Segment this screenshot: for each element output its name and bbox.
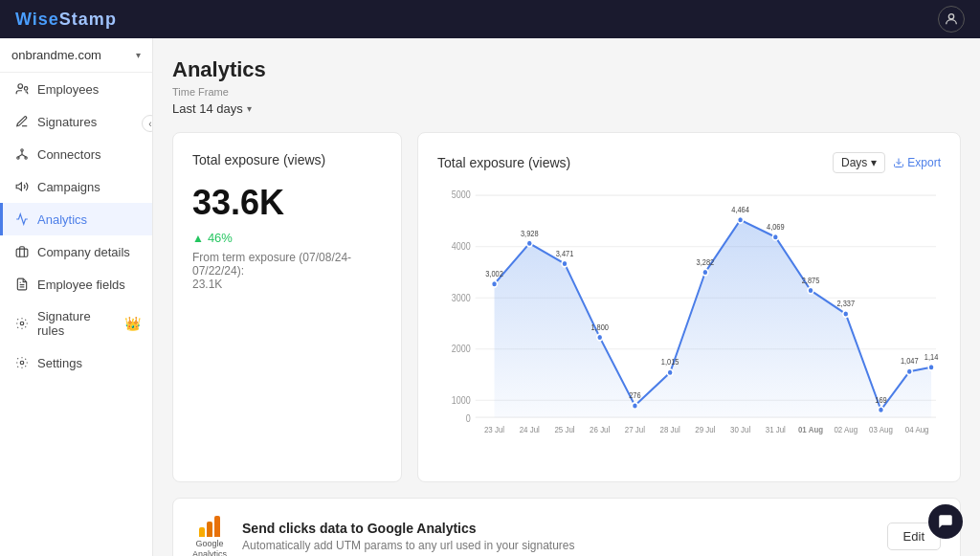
- timeframe-label: Time Frame: [172, 86, 961, 98]
- svg-text:25 Jul: 25 Jul: [554, 424, 574, 434]
- svg-text:1,047: 1,047: [901, 357, 919, 367]
- svg-text:3,471: 3,471: [556, 249, 574, 258]
- svg-point-30: [492, 280, 498, 287]
- app-layout: onbrandme.com ▾ ‹ Employees Signatures C…: [0, 38, 980, 556]
- svg-text:1,14: 1,14: [924, 353, 939, 363]
- sidebar-toggle[interactable]: ‹: [142, 115, 153, 132]
- crown-badge: 👑: [124, 316, 141, 331]
- chart-card-header: Total exposure (views) Days ▾ Export: [437, 152, 941, 173]
- ga-logo: Google Analytics: [192, 514, 227, 556]
- sidebar-item-label: Campaigns: [37, 180, 100, 194]
- sidebar-item-signature-rules[interactable]: Signature rules 👑: [0, 300, 152, 346]
- svg-text:1,800: 1,800: [590, 322, 609, 332]
- svg-point-56: [928, 364, 934, 370]
- sidebar-item-label: Connectors: [37, 147, 100, 162]
- employees-icon: [14, 81, 30, 97]
- svg-text:3,002: 3,002: [485, 270, 503, 279]
- svg-text:23 Jul: 23 Jul: [484, 424, 504, 434]
- chart-card: Total exposure (views) Days ▾ Export: [417, 132, 961, 482]
- svg-text:3,928: 3,928: [521, 229, 539, 238]
- chart-container: 5000 4000 3000 2000 1000 0: [437, 185, 941, 462]
- svg-point-40: [667, 369, 673, 376]
- svg-line-7: [18, 155, 22, 157]
- svg-text:1,015: 1,015: [661, 358, 679, 367]
- svg-point-2: [24, 87, 28, 91]
- svg-point-1: [18, 84, 23, 89]
- period-chevron-icon: ▾: [871, 156, 877, 169]
- page-header: Analytics Time Frame Last 14 days ▾: [172, 57, 961, 117]
- svg-text:26 Jul: 26 Jul: [590, 424, 610, 434]
- sidebar-item-label: Analytics: [37, 212, 87, 227]
- sidebar-item-employees[interactable]: Employees: [0, 73, 152, 105]
- svg-point-44: [738, 216, 744, 223]
- ga-bar-1: [199, 527, 205, 537]
- timeframe-value: Last 14 days: [172, 101, 243, 116]
- svg-text:0: 0: [466, 412, 471, 424]
- campaigns-icon: [14, 179, 30, 194]
- period-select[interactable]: Days ▾: [833, 152, 885, 173]
- svg-text:02 Aug: 02 Aug: [834, 424, 858, 434]
- svg-text:2,875: 2,875: [802, 276, 820, 285]
- sidebar-item-settings[interactable]: Settings: [0, 346, 152, 379]
- svg-text:01 Aug: 01 Aug: [798, 424, 823, 434]
- svg-point-52: [878, 407, 883, 413]
- svg-text:30 Jul: 30 Jul: [730, 424, 750, 434]
- svg-text:169: 169: [875, 395, 887, 405]
- sidebar-item-signatures[interactable]: Signatures: [0, 105, 152, 138]
- sidebar-item-analytics[interactable]: Analytics: [0, 203, 152, 235]
- sidebar-item-campaigns[interactable]: Campaigns: [0, 170, 152, 203]
- ga-info: Send clicks data to Google Analytics Aut…: [242, 521, 872, 552]
- app-logo: WiseStamp: [15, 10, 117, 30]
- ga-logo-text: Google Analytics: [192, 539, 227, 556]
- stat-card: Total exposure (views) 33.6K ▲ 46% From …: [172, 132, 402, 482]
- svg-point-5: [25, 157, 27, 159]
- stat-change: ▲ 46%: [192, 231, 382, 245]
- export-button[interactable]: Export: [893, 156, 941, 169]
- svg-text:4000: 4000: [452, 241, 471, 253]
- ga-info-title: Send clicks data to Google Analytics: [242, 521, 872, 536]
- sidebar-item-company-details[interactable]: Company details: [0, 235, 152, 268]
- sidebar-item-label: Settings: [37, 356, 82, 370]
- svg-text:4,464: 4,464: [731, 206, 749, 215]
- signatures-icon: [14, 114, 30, 129]
- stat-change-percent: 46%: [208, 231, 233, 245]
- chart-controls: Days ▾ Export: [833, 152, 941, 173]
- main-content: Analytics Time Frame Last 14 days ▾ Tota…: [153, 38, 980, 556]
- svg-point-32: [526, 240, 532, 247]
- svg-text:3000: 3000: [452, 292, 471, 303]
- svg-point-46: [772, 234, 778, 240]
- ga-bar-3: [214, 516, 220, 537]
- timeframe-selector[interactable]: Last 14 days ▾: [172, 101, 252, 116]
- svg-point-38: [632, 403, 637, 410]
- svg-point-50: [843, 311, 849, 318]
- svg-line-8: [22, 155, 26, 157]
- svg-point-42: [702, 269, 708, 276]
- stat-card-title: Total exposure (views): [192, 152, 382, 167]
- sidebar-item-connectors[interactable]: Connectors: [0, 138, 152, 170]
- sidebar-item-label: Employee fields: [37, 278, 125, 292]
- export-label: Export: [907, 156, 941, 169]
- svg-text:3,282: 3,282: [697, 257, 715, 267]
- user-avatar[interactable]: [938, 6, 965, 33]
- svg-text:4,069: 4,069: [767, 222, 785, 232]
- signature-rules-icon: [14, 316, 30, 331]
- domain-chevron-icon: ▾: [136, 50, 141, 60]
- svg-rect-10: [16, 249, 28, 256]
- chat-bubble[interactable]: [928, 504, 963, 539]
- stat-prev-label: From term exposure (07/08/24-07/22/24): …: [192, 251, 382, 291]
- connectors-icon: [14, 146, 30, 162]
- svg-text:04 Aug: 04 Aug: [905, 424, 929, 434]
- ga-logo-bars: [199, 514, 220, 537]
- svg-point-0: [948, 14, 953, 19]
- topbar: WiseStamp: [0, 0, 980, 38]
- sidebar-item-employee-fields[interactable]: Employee fields: [0, 268, 152, 300]
- settings-icon: [14, 355, 30, 370]
- domain-selector[interactable]: onbrandme.com ▾: [0, 38, 152, 73]
- svg-point-54: [906, 368, 912, 375]
- svg-text:5000: 5000: [452, 189, 471, 201]
- google-analytics-card: Google Analytics Send clicks data to Goo…: [172, 498, 961, 556]
- svg-point-15: [20, 361, 24, 365]
- domain-label: onbrandme.com: [11, 48, 101, 62]
- svg-text:28 Jul: 28 Jul: [660, 424, 680, 434]
- sidebar: onbrandme.com ▾ ‹ Employees Signatures C…: [0, 38, 153, 556]
